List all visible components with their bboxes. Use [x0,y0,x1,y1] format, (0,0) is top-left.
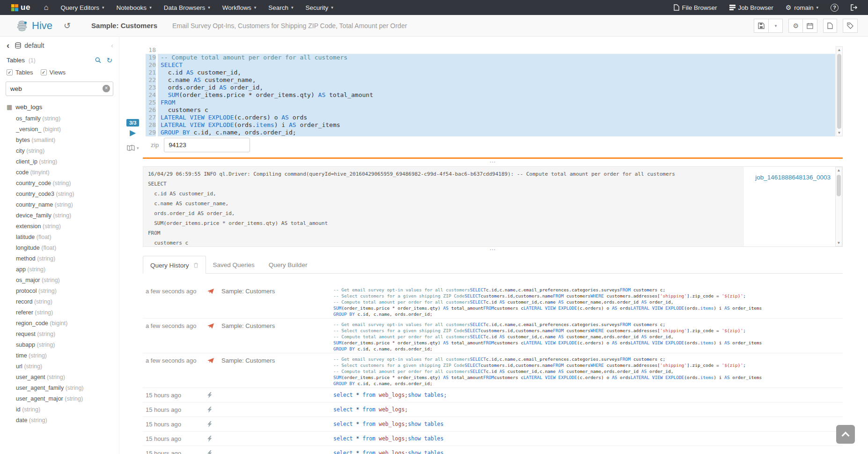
column-item-region-code[interactable]: region_code (bigint) [0,318,119,329]
column-item-code[interactable]: code (tinyint) [0,167,119,178]
column-item-os-family[interactable]: os_family (string) [0,113,119,124]
column-item-protocol[interactable]: protocol (string) [0,286,119,297]
column-item-method[interactable]: method (string) [0,253,119,264]
history-query-preview[interactable]: select * from web_logs;show tables [333,420,840,431]
column-item-latitude[interactable]: latitude (float) [0,232,119,243]
history-query-preview[interactable]: -- Get email survey opt-in values for al… [333,287,840,318]
history-row[interactable]: a few seconds agoSample: Customers-- Get… [143,353,843,388]
menu-query-editors[interactable]: Query Editors▾ [55,0,110,15]
history-query-preview[interactable]: -- Get email survey opt-in values for al… [333,356,840,387]
job-link[interactable]: job_1461888648136_0003 [755,174,831,181]
clear-search-icon[interactable]: × [103,85,110,92]
logout-button[interactable] [845,0,863,15]
column-item-user-agent-major[interactable]: user_agent_major (string) [0,394,119,404]
column-item-country-name[interactable]: country_name (string) [0,200,119,210]
save-button[interactable] [754,19,769,33]
log-scrollbar[interactable]: ▲ ▼ [835,167,842,246]
history-row[interactable]: 15 hours agoselect * from web_logs;show … [143,432,843,446]
column-item-longitude[interactable]: longitude (float) [0,243,119,253]
history-query-preview[interactable]: select * from web_logs;show tables; [333,391,840,402]
column-item-url[interactable]: url (string) [0,361,119,372]
hue-logo[interactable]: ue [11,3,30,12]
hive-app-button[interactable]: Hive [16,20,52,32]
filter-views-checkbox[interactable]: ✓ Views [41,69,66,76]
resize-handle[interactable]: ⋯ [143,160,843,166]
scroll-down-icon[interactable]: ▼ [836,240,842,246]
column-item-device-family[interactable]: device_family (string) [0,210,119,221]
clear-history-icon[interactable] [193,262,199,268]
history-row[interactable]: 15 hours agoselect * from web_logs;show … [143,417,843,432]
refresh-icon[interactable]: ↻ [106,57,112,63]
result-count-badge[interactable]: 3/3 [126,119,139,127]
home-button[interactable]: ⌂ [38,0,55,15]
query-type-icon [207,356,221,387]
help-button[interactable]: ? [824,0,845,15]
column-item-time[interactable]: time (string) [0,350,119,361]
back-button[interactable]: ‹ [7,42,9,49]
column-item-record[interactable]: record (string) [0,297,119,307]
column-item-user-agent[interactable]: user_agent (string) [0,372,119,383]
column-item-country-code[interactable]: country_code (string) [0,178,119,189]
column-item--version-[interactable]: _version_ (bigint) [0,124,119,135]
history-query-preview[interactable]: -- Get email survey opt-in values for al… [333,321,840,353]
history-row[interactable]: a few seconds agoSample: Customers-- Get… [143,284,843,319]
column-item-date[interactable]: date (string) [0,415,119,426]
tags-button[interactable] [843,19,858,33]
history-query-preview[interactable]: select * from web_logs; [333,405,840,417]
column-item-referer[interactable]: referer (string) [0,307,119,318]
menu-workflows[interactable]: Workflows▾ [216,0,263,15]
column-item-bytes[interactable]: bytes (smallint) [0,135,119,146]
history-row[interactable]: a few seconds agoSample: Customers-- Get… [143,319,843,353]
column-item-user-agent-family[interactable]: user_agent_family (string) [0,383,119,394]
tab-saved-queries[interactable]: Saved Queries [206,256,262,273]
menu-data-browsers[interactable]: Data Browsers▾ [158,0,216,15]
scroll-up-icon[interactable]: ▲ [836,167,842,173]
filter-tables-checkbox[interactable]: ✓ Tables [7,69,33,76]
column-item-extension[interactable]: extension (string) [0,221,119,232]
column-item-app[interactable]: app (string) [0,264,119,275]
query-title[interactable]: Sample: Customers [91,22,157,30]
file-browser-button[interactable]: File Browser [668,0,723,15]
collapse-panel-icon[interactable]: ‹ [111,41,113,49]
recent-queries-icon[interactable]: ↺ [64,21,71,31]
job-browser-button[interactable]: Job Browser [723,0,780,15]
column-item-client-ip[interactable]: client_ip (string) [0,156,119,167]
menu-notebooks[interactable]: Notebooks▾ [110,0,158,15]
menu-security[interactable]: Security▾ [300,0,339,15]
variable-zip-input[interactable] [164,138,250,152]
history-row[interactable]: 15 hours agoselect * from web_logs;show … [143,446,843,454]
scrollbar-thumb[interactable] [837,54,841,129]
table-search-input[interactable] [6,82,113,96]
user-menu[interactable]: ⚙ romain ▾ [780,0,824,15]
history-row[interactable]: 15 hours agoselect * from web_logs;show … [143,388,843,402]
results-button[interactable]: ▾ [127,145,139,151]
history-row[interactable]: 15 hours agoselect * from web_logs; [143,402,843,417]
tab-query-builder[interactable]: Query Builder [262,256,315,273]
column-item-request[interactable]: request (string) [0,329,119,340]
scroll-to-top-button[interactable] [836,425,855,444]
scroll-up-icon[interactable]: ▲ [836,47,842,53]
history-query-preview[interactable]: select * from web_logs;show tables [333,449,840,454]
table-item-web-logs[interactable]: ▦ web_logs [0,99,119,113]
column-item-id[interactable]: id (string) [0,404,119,415]
database-selector[interactable]: default [15,42,44,49]
editor-scrollbar[interactable]: ▲ ▼ [836,46,843,136]
column-item-os-major[interactable]: os_major (string) [0,275,119,286]
execute-button[interactable]: ▶ [130,129,136,137]
search-icon[interactable] [95,57,101,63]
column-item-city[interactable]: city (string) [0,146,119,156]
settings-button[interactable]: ⚙ [788,19,803,33]
scroll-down-icon[interactable]: ▼ [836,130,842,136]
schedule-button[interactable] [803,19,817,33]
menu-search[interactable]: Search▾ [262,0,299,15]
save-dropdown-button[interactable]: ▾ [769,19,783,33]
scrollbar-thumb[interactable] [837,175,841,196]
editor-code[interactable]: -- Compute total amount per order for al… [158,46,835,136]
tab-query-history[interactable]: Query History [143,256,206,274]
column-item-country-code3[interactable]: country_code3 (string) [0,189,119,200]
column-item-subapp[interactable]: subapp (string) [0,340,119,350]
sql-editor[interactable]: 181920212223242526272829 -- Compute tota… [146,46,843,136]
resize-handle[interactable]: ⋯ [143,248,843,253]
history-query-preview[interactable]: select * from web_logs;show tables [333,434,840,446]
new-query-button[interactable] [823,19,837,33]
